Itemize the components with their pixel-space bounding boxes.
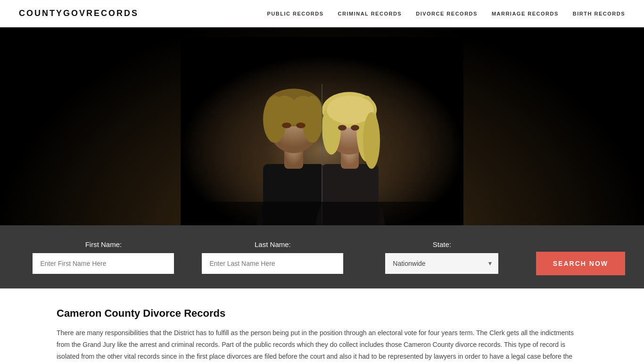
first-name-field: First Name: (19, 240, 188, 274)
state-select[interactable]: NationwideAlabamaAlaskaArizonaArkansasCa… (385, 253, 498, 274)
hero-background (0, 27, 644, 225)
last-name-label: Last Name: (255, 240, 291, 248)
nav-public-records[interactable]: PUBLIC RECORDS (267, 11, 324, 16)
nav-divorce-records[interactable]: DIVORCE RECORDS (416, 11, 478, 16)
nav-marriage-records[interactable]: MARRIAGE RECORDS (492, 11, 559, 16)
hero-section (0, 27, 644, 225)
header: COUNTYGOVRECORDS PUBLIC RECORDS CRIMINAL… (0, 0, 644, 27)
nav-birth-records[interactable]: BIRTH RECORDS (573, 11, 625, 16)
state-label: State: (433, 240, 451, 248)
svg-point-22 (351, 125, 359, 131)
page-title: Cameron County Divorce Records (57, 307, 587, 320)
svg-point-21 (338, 125, 347, 131)
content-body: There are many responsibilities that the… (57, 327, 587, 362)
state-field: State: NationwideAlabamaAlaskaArizonaArk… (357, 240, 527, 274)
svg-point-11 (296, 123, 305, 128)
search-section: First Name: Last Name: State: Nationwide… (0, 225, 644, 288)
svg-rect-24 (181, 202, 463, 225)
site-logo[interactable]: COUNTYGOVRECORDS (19, 8, 139, 18)
search-button-wrapper: SEARCH NOW (527, 239, 625, 275)
content-section: Cameron County Divorce Records There are… (0, 288, 644, 362)
main-nav: PUBLIC RECORDS CRIMINAL RECORDS DIVORCE … (267, 11, 625, 16)
state-select-wrapper: NationwideAlabamaAlaskaArizonaArkansasCa… (385, 253, 498, 274)
svg-point-10 (282, 123, 291, 128)
last-name-input[interactable] (202, 253, 343, 274)
first-name-label: First Name: (85, 240, 122, 248)
first-name-input[interactable] (33, 253, 174, 274)
hero-couple-illustration (181, 37, 463, 225)
nav-criminal-records[interactable]: CRIMINAL RECORDS (338, 11, 402, 16)
search-now-button[interactable]: SEARCH NOW (536, 252, 625, 275)
last-name-field: Last Name: (188, 240, 357, 274)
svg-point-20 (363, 112, 380, 169)
